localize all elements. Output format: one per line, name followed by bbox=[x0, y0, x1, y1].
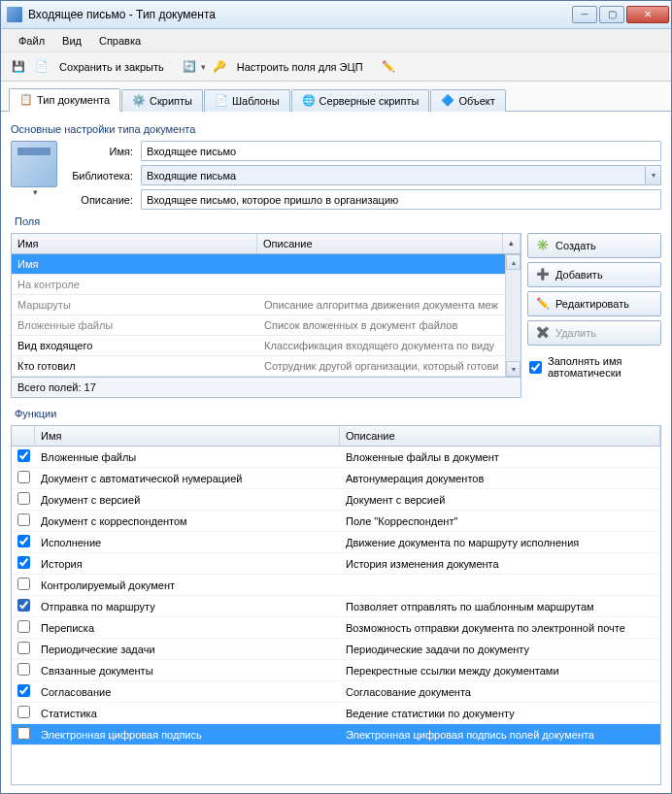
key-icon[interactable]: 🔑 bbox=[210, 57, 229, 77]
tab-object[interactable]: 🔷 Объект bbox=[430, 89, 505, 112]
fields-side-buttons: ✳️ Создать ➕ Добавить ✏️ Редактировать ✖… bbox=[527, 233, 661, 398]
tab-scripts[interactable]: ⚙️ Скрипты bbox=[121, 89, 203, 112]
fields-sort-handle[interactable]: ▴ bbox=[503, 234, 521, 253]
function-row[interactable]: Связанные документыПерекрестные ссылки м… bbox=[12, 660, 660, 681]
function-checkbox[interactable] bbox=[17, 578, 30, 590]
add-button-label: Добавить bbox=[555, 269, 603, 281]
function-row-desc: Позволяет отправлять по шаблонным маршру… bbox=[340, 601, 660, 612]
edit-button-label: Редактировать bbox=[555, 298, 629, 310]
function-row-desc: Поле "Корреспондент" bbox=[340, 515, 660, 527]
function-checkbox[interactable] bbox=[17, 727, 30, 740]
tab-server-scripts[interactable]: 🌐 Серверные скрипты bbox=[291, 89, 430, 112]
function-row[interactable]: СогласованиеСогласование документа bbox=[12, 681, 660, 703]
save-all-icon[interactable]: 📄 bbox=[32, 57, 51, 77]
function-row[interactable]: ПерепискаВозможность отправки документа … bbox=[12, 617, 660, 639]
function-row[interactable]: Документ с корреспондентомПоле "Корреспо… bbox=[12, 511, 660, 532]
server-scripts-icon: 🌐 bbox=[302, 94, 316, 108]
function-row-desc: Ведение статистики по документу bbox=[340, 708, 660, 719]
toolbar: 💾 📄 Сохранить и закрыть 🔄▾ 🔑 Настроить п… bbox=[1, 52, 671, 82]
name-input[interactable] bbox=[141, 141, 661, 161]
tab-bar: 📋 Тип документа ⚙️ Скрипты 📄 Шаблоны 🌐 С… bbox=[1, 82, 671, 112]
function-checkbox[interactable] bbox=[17, 620, 30, 633]
function-row[interactable]: ИсторияИстория изменения документа bbox=[12, 553, 660, 575]
edit-icon[interactable]: ✏️ bbox=[379, 57, 398, 77]
delete-button[interactable]: ✖️ Удалить bbox=[527, 320, 661, 346]
create-button-label: Создать bbox=[555, 240, 596, 251]
save-icon[interactable]: 💾 bbox=[9, 57, 28, 77]
fields-col-desc[interactable]: Описание bbox=[257, 234, 503, 253]
function-row[interactable]: Отправка по маршрутуПозволяет отправлять… bbox=[12, 596, 660, 617]
autofill-option[interactable]: Заполнять имя автоматически bbox=[527, 349, 661, 384]
configure-ecp-button[interactable]: Настроить поля для ЭЦП bbox=[233, 61, 367, 73]
menu-file[interactable]: Файл bbox=[11, 33, 52, 49]
function-row[interactable]: Периодические задачиПериодические задачи… bbox=[12, 639, 660, 660]
function-checkbox[interactable] bbox=[17, 492, 30, 505]
function-checkbox[interactable] bbox=[17, 684, 30, 697]
fields-scrollbar[interactable]: ▴ ▾ bbox=[505, 254, 521, 377]
functions-col-check[interactable] bbox=[12, 426, 35, 446]
icon-dropdown[interactable]: ▾ bbox=[33, 187, 38, 197]
scroll-up-icon[interactable]: ▴ bbox=[506, 254, 521, 270]
fields-row[interactable]: Вид входящегоКлассификация входящего док… bbox=[12, 336, 505, 356]
library-label: Библиотека: bbox=[65, 170, 141, 182]
fields-row[interactable]: Имя bbox=[12, 254, 505, 275]
fields-row-name: Вид входящего bbox=[12, 336, 258, 355]
fields-row-desc: Описание алгоритма движения документа ме… bbox=[258, 295, 505, 314]
function-row[interactable]: Вложенные файлыВложенные файлы в докумен… bbox=[12, 447, 660, 468]
function-row-desc: Возможность отправки документа по электр… bbox=[340, 622, 660, 634]
function-row-name: Статистика bbox=[35, 708, 340, 719]
function-checkbox[interactable] bbox=[17, 513, 30, 526]
function-checkbox[interactable] bbox=[17, 642, 30, 654]
function-checkbox[interactable] bbox=[17, 449, 30, 462]
function-checkbox[interactable] bbox=[17, 535, 30, 547]
tab-document-type[interactable]: 📋 Тип документа bbox=[9, 88, 120, 112]
function-row-name: Периодические задачи bbox=[35, 644, 340, 655]
close-button[interactable]: ✕ bbox=[626, 6, 669, 23]
scroll-down-icon[interactable]: ▾ bbox=[506, 361, 521, 377]
fields-row[interactable]: Кто готовилСотрудник другой организации,… bbox=[12, 356, 505, 377]
fields-row[interactable]: Вложенные файлыСписок вложенных в докуме… bbox=[12, 315, 505, 336]
library-input[interactable] bbox=[141, 165, 646, 185]
menu-help[interactable]: Справка bbox=[91, 33, 149, 49]
refresh-dropdown-icon[interactable]: ▾ bbox=[201, 62, 206, 72]
functions-col-desc[interactable]: Описание bbox=[340, 426, 660, 446]
create-button[interactable]: ✳️ Создать bbox=[527, 233, 661, 258]
function-row-desc: История изменения документа bbox=[340, 558, 660, 570]
autofill-checkbox[interactable] bbox=[529, 361, 542, 374]
tab-templates[interactable]: 📄 Шаблоны bbox=[204, 89, 290, 112]
add-button[interactable]: ➕ Добавить bbox=[527, 262, 661, 287]
function-row-desc: Перекрестные ссылки между документами bbox=[340, 665, 660, 677]
edit-button[interactable]: ✏️ Редактировать bbox=[527, 291, 661, 316]
save-close-button[interactable]: Сохранить и закрыть bbox=[55, 61, 168, 73]
function-checkbox[interactable] bbox=[17, 599, 30, 612]
function-row[interactable]: ИсполнениеДвижение документа по маршруту… bbox=[12, 532, 660, 553]
fields-col-name[interactable]: Имя bbox=[12, 234, 257, 253]
functions-list: Имя Описание Вложенные файлыВложенные фа… bbox=[11, 425, 661, 785]
fields-row[interactable]: МаршрутыОписание алгоритма движения доку… bbox=[12, 295, 505, 315]
functions-col-name[interactable]: Имя bbox=[35, 426, 340, 446]
function-checkbox[interactable] bbox=[17, 706, 30, 718]
tab-document-type-label: Тип документа bbox=[37, 94, 110, 106]
fields-row-desc bbox=[258, 254, 505, 274]
function-row[interactable]: СтатистикаВедение статистики по документ… bbox=[12, 703, 660, 724]
description-input[interactable] bbox=[141, 189, 661, 210]
menu-view[interactable]: Вид bbox=[54, 33, 89, 49]
minimize-button[interactable]: ─ bbox=[572, 6, 597, 23]
function-row-name: Вложенные файлы bbox=[35, 451, 340, 463]
function-checkbox[interactable] bbox=[17, 471, 30, 483]
function-row[interactable]: Контролируемый документ bbox=[12, 575, 660, 596]
name-label: Имя: bbox=[65, 146, 141, 157]
fields-row[interactable]: На контроле bbox=[12, 275, 505, 295]
function-row[interactable]: Электронная цифровая подписьЭлектронная … bbox=[12, 724, 660, 745]
scroll-track[interactable] bbox=[506, 270, 521, 361]
function-checkbox[interactable] bbox=[17, 663, 30, 676]
maximize-button[interactable]: ▢ bbox=[599, 6, 624, 23]
refresh-icon[interactable]: 🔄 bbox=[180, 57, 199, 77]
function-row-name: Электронная цифровая подпись bbox=[35, 729, 340, 741]
fields-total: Всего полей: 17 bbox=[12, 377, 521, 397]
function-checkbox[interactable] bbox=[17, 556, 30, 569]
function-row-name: Документ с корреспондентом bbox=[35, 515, 340, 527]
library-dropdown-button[interactable]: ▾ bbox=[646, 165, 661, 185]
function-row[interactable]: Документ с автоматической нумерациейАвто… bbox=[12, 468, 660, 489]
function-row[interactable]: Документ с версиейДокумент с версией bbox=[12, 489, 660, 511]
